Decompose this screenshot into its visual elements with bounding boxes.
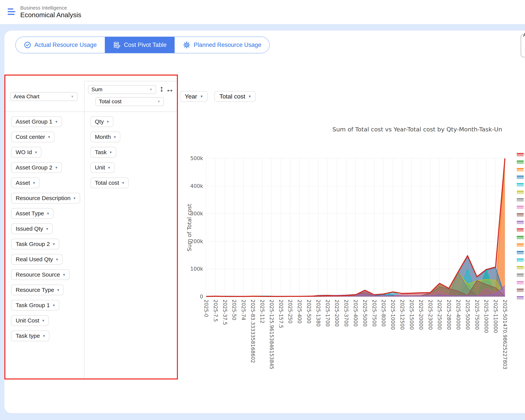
legend-swatch-line (517, 236, 524, 237)
legend-swatch-line (517, 191, 524, 192)
legend-swatch-fill (517, 267, 524, 270)
svg-text:2025-0: 2025-0 (203, 299, 209, 317)
legend-swatch-fill (517, 184, 524, 187)
svg-text:2025-23000: 2025-23000 (427, 299, 433, 330)
legend-swatch-fill (517, 259, 524, 262)
legend-swatch-fill (517, 222, 524, 224)
legend-swatch-fill (517, 192, 524, 194)
legend-swatch-fill (517, 244, 524, 247)
svg-text:2025-4000: 2025-4000 (353, 299, 358, 327)
svg-text:2025-112: 2025-112 (259, 299, 265, 323)
svg-text:2025-50: 2025-50 (231, 299, 237, 320)
svg-text:2025-7500: 2025-7500 (371, 299, 377, 327)
svg-text:2025-500: 2025-500 (306, 299, 312, 323)
legend-swatch-line (517, 243, 524, 244)
svg-text:2025-74: 2025-74 (241, 299, 246, 320)
svg-text:2025-157.5: 2025-157.5 (278, 299, 284, 328)
legend-swatch-fill (517, 177, 524, 179)
svg-text:2025-25000: 2025-25000 (437, 299, 442, 330)
legend-swatch-fill (517, 154, 524, 157)
svg-text:2025-15000: 2025-15000 (409, 299, 414, 330)
legend-swatch-fill (517, 214, 524, 217)
legend-swatch-line (517, 266, 524, 267)
legend-swatch-fill (517, 199, 524, 202)
legend-swatch-line (517, 160, 524, 161)
legend-swatch-line (517, 289, 524, 289)
legend-swatch-fill (517, 282, 524, 284)
legend-swatch-line (517, 183, 524, 184)
svg-text:2025-7.5: 2025-7.5 (213, 299, 218, 322)
svg-text:2025-8000: 2025-8000 (381, 299, 386, 327)
svg-text:2025-100000: 2025-100000 (483, 299, 489, 333)
svg-text:500k: 500k (190, 155, 203, 161)
svg-text:2025-83.3333358168602: 2025-83.3333358168602 (250, 299, 256, 363)
svg-text:100k: 100k (190, 266, 203, 272)
legend-swatch-line (517, 198, 524, 199)
x-axis: 2025-02025-7.52025-37.52025-502025-74202… (203, 299, 508, 369)
svg-text:2025-20000: 2025-20000 (418, 299, 424, 330)
svg-text:400k: 400k (190, 183, 203, 189)
svg-text:2025-12500: 2025-12500 (399, 299, 405, 330)
legend-swatch-line (517, 259, 524, 260)
legend-swatch-fill (517, 206, 524, 209)
legend-swatch-line (517, 221, 524, 222)
svg-text:2025-40000: 2025-40000 (455, 299, 461, 330)
legend-swatch-line (517, 251, 524, 252)
svg-text:2025-1700: 2025-1700 (325, 299, 330, 327)
legend-swatch-line (517, 228, 524, 229)
legend-swatch-line (517, 281, 524, 282)
svg-text:2025-501470.98625227803: 2025-501470.98625227803 (502, 299, 508, 369)
legend-swatch-line (517, 168, 524, 169)
y-axis-title: Sum of Total cost (186, 204, 193, 252)
svg-text:2025-75000: 2025-75000 (474, 299, 480, 330)
svg-text:2025-1380: 2025-1380 (315, 299, 321, 327)
svg-text:2025-50000: 2025-50000 (465, 299, 470, 330)
legend-swatch-line (517, 176, 524, 177)
legend-swatch-line (517, 206, 524, 207)
legend-swatch-fill (517, 169, 524, 171)
svg-text:2025-28000: 2025-28000 (446, 299, 452, 330)
legend-swatch-fill (517, 274, 524, 277)
legend-swatch-line (517, 273, 524, 274)
legend-swatch-fill (517, 297, 524, 299)
svg-text:2025-3700: 2025-3700 (343, 299, 349, 327)
legend-swatch-fill (517, 237, 524, 239)
chart-legend[interactable]: 62211155555555442222 (517, 151, 525, 300)
svg-text:0: 0 (200, 294, 203, 299)
svg-text:2025-110000: 2025-110000 (493, 299, 498, 333)
economical-analysis-screen: { "header": { "app_title": "Business Int… (0, 0, 525, 420)
legend-swatch-fill (517, 252, 524, 254)
legend-swatch-fill (517, 161, 524, 164)
legend-swatch-line (517, 213, 524, 214)
svg-text:2025-10000: 2025-10000 (390, 299, 396, 330)
y-axis: 0100k200k300k400k500kSum of Total cost (186, 155, 203, 299)
area-chart: 0100k200k300k400k500kSum of Total cost20… (0, 0, 525, 420)
legend-swatch-line (517, 296, 524, 297)
legend-swatch-line (517, 153, 524, 154)
legend-swatch-fill (517, 289, 524, 292)
svg-text:2025-37.5: 2025-37.5 (222, 299, 228, 325)
svg-text:2025-125.96153846153845: 2025-125.96153846153845 (269, 299, 274, 369)
svg-text:2025-250: 2025-250 (287, 299, 293, 323)
legend-swatch-fill (517, 229, 524, 232)
svg-text:2025-400: 2025-400 (297, 299, 302, 323)
svg-text:2025-2000: 2025-2000 (334, 299, 340, 327)
svg-text:2025-5000: 2025-5000 (362, 299, 368, 327)
